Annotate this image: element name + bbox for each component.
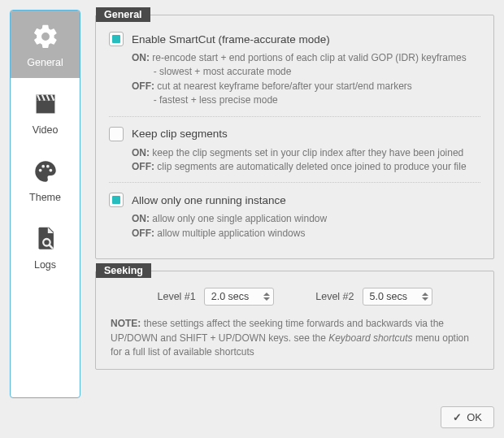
- option-desc: ON: re-encode start + end portions of ea…: [132, 51, 480, 108]
- group-general: General Enable SmartCut (frame-accurate …: [95, 15, 494, 259]
- svg-point-5: [49, 169, 52, 172]
- sidebar-item-label: Theme: [29, 192, 61, 203]
- sidebar-item-theme[interactable]: Theme: [11, 145, 80, 213]
- sidebar-item-video[interactable]: Video: [11, 78, 80, 145]
- seek-level1-value: 2.0 secs: [211, 291, 250, 302]
- note-bold: NOTE:: [111, 318, 141, 329]
- seek-level2-value: 5.0 secs: [370, 291, 408, 302]
- spin-arrows[interactable]: [263, 293, 270, 301]
- option-off-text: clip segments are automatically deleted …: [157, 161, 466, 172]
- palette-icon: [32, 158, 59, 185]
- checkbox-singleinstance[interactable]: [109, 193, 124, 207]
- seeking-note: NOTE: these settings affect the seeking …: [109, 317, 480, 359]
- seek-level1-label: Level #1: [157, 291, 195, 302]
- option-off-text: cut at nearest keyframe before/after you…: [157, 80, 411, 92]
- ok-button[interactable]: ✓ OK: [441, 406, 494, 428]
- option-on-text: keep the clip segments set in your clip …: [152, 147, 463, 158]
- sidebar-item-logs[interactable]: Logs: [11, 213, 80, 280]
- group-title: Seeking: [96, 263, 151, 278]
- option-label: Keep clip segments: [132, 128, 228, 140]
- footer: ✓ OK: [10, 398, 494, 428]
- option-on-text: re-encode start + end portions of each c…: [152, 52, 466, 63]
- check-icon: ✓: [453, 411, 462, 423]
- sidebar: General Video Theme Logs: [10, 10, 80, 398]
- sidebar-item-label: Logs: [34, 259, 56, 271]
- clapper-icon: [32, 90, 59, 118]
- sidebar-item-label: Video: [33, 124, 59, 136]
- option-label: Enable SmartCut (frame-accurate mode): [132, 33, 330, 46]
- svg-point-4: [46, 165, 49, 168]
- option-label: Allow only one running instance: [132, 194, 286, 206]
- option-keepclips: Keep clip segments ON: keep the clip seg…: [109, 116, 480, 183]
- svg-point-3: [41, 165, 45, 168]
- group-title: General: [96, 7, 150, 22]
- checkbox-keepclips[interactable]: [109, 127, 124, 141]
- option-on-text: allow only one single application window: [152, 213, 327, 224]
- checkbox-smartcut[interactable]: [109, 32, 124, 46]
- sidebar-item-general[interactable]: General: [11, 11, 80, 78]
- option-desc: ON: allow only one single application wi…: [132, 212, 480, 241]
- spin-arrows[interactable]: [422, 293, 428, 301]
- option-off-note: - fastest + less precise mode: [154, 94, 278, 106]
- option-singleinstance: Allow only one running instance ON: allo…: [109, 182, 480, 249]
- seek-level2: Level #2 5.0 secs: [315, 288, 432, 306]
- gear-icon: [32, 23, 59, 50]
- ok-label: OK: [467, 411, 482, 423]
- option-desc: ON: keep the clip segments set in your c…: [132, 146, 480, 175]
- seek-level1-spinbox[interactable]: 2.0 secs: [204, 288, 274, 306]
- svg-point-2: [38, 169, 41, 172]
- seek-level2-spinbox[interactable]: 5.0 secs: [363, 288, 432, 306]
- group-seeking: Seeking Level #1 2.0 secs Level #2 5.0 s…: [95, 271, 494, 370]
- main-content: General Enable SmartCut (frame-accurate …: [95, 10, 494, 398]
- note-italic: Keyboard shortcuts: [328, 332, 412, 344]
- option-off-text: allow multiple application windows: [157, 228, 305, 239]
- seek-level1: Level #1 2.0 secs: [157, 288, 273, 306]
- option-smartcut: Enable SmartCut (frame-accurate mode) ON…: [109, 27, 480, 116]
- sidebar-item-label: General: [27, 57, 63, 68]
- doc-search-icon: [32, 225, 59, 253]
- svg-rect-0: [36, 101, 54, 114]
- seek-level2-label: Level #2: [315, 291, 354, 302]
- option-on-note: - slowest + most accurate mode: [154, 66, 292, 77]
